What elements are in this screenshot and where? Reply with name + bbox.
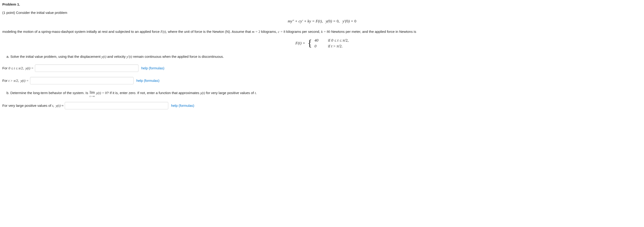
part-b-tail2: for very large positive values of bbox=[205, 91, 255, 95]
part-b-tail3: . bbox=[256, 91, 257, 95]
part-b-text: b. Determine the long-term behavior of t… bbox=[6, 90, 642, 97]
intro-line: (1 point) Consider the initial value pro… bbox=[2, 10, 642, 15]
part-b-tail: ? If it is, enter zero. If not, enter a … bbox=[107, 91, 200, 95]
answer-row-2: For t > π/2, y(t) = help (formulas) bbox=[2, 77, 642, 84]
setup-text-e: Newtons per meter, and the applied force… bbox=[330, 30, 416, 34]
answer-row-3: For very large positive values of t, y(t… bbox=[2, 102, 642, 109]
pw-val-2: 0 bbox=[314, 44, 320, 49]
limit-arg: y(t) = 0 bbox=[95, 91, 107, 95]
left-brace-icon: { bbox=[308, 38, 312, 48]
c-value: c = 8 bbox=[278, 30, 285, 34]
pw-cond-1: if 0 ≤ t ≤ π/2, bbox=[328, 38, 348, 44]
y-of-t: y(t) bbox=[102, 55, 106, 58]
ode-equation: my″ + cy′ + ky = F(t), y(0) = 0, y′(0) =… bbox=[2, 18, 642, 24]
piecewise-lhs: F(t) = bbox=[296, 40, 305, 46]
part-a-text: a. Solve the initial value problem, usin… bbox=[6, 54, 642, 60]
yprime-of-t: y′(t) bbox=[126, 55, 132, 58]
problem-title: Problem 1. bbox=[2, 2, 642, 7]
answer3-input[interactable] bbox=[65, 102, 168, 109]
part-a-lead: a. Solve the initial value problem, usin… bbox=[6, 54, 102, 58]
help-link-2[interactable]: help (formulas) bbox=[136, 78, 160, 83]
answer1-label: For 0 ≤ t ≤ π/2, y(t) = bbox=[2, 66, 34, 71]
setup-text-d: kilograms per second, bbox=[285, 30, 321, 34]
k-value: k = 80 bbox=[321, 30, 330, 34]
pw-val-1: 40 bbox=[314, 38, 320, 44]
y-of-t-b: y(t) bbox=[200, 91, 205, 95]
answer3-label: For very large positive values of t, y(t… bbox=[2, 103, 63, 108]
answer-row-1: For 0 ≤ t ≤ π/2, y(t) = help (formulas) bbox=[2, 64, 642, 72]
F-of-t: F(t) bbox=[161, 30, 166, 34]
help-link-1[interactable]: help (formulas) bbox=[141, 66, 164, 71]
m-value: m = 2 bbox=[252, 30, 260, 34]
part-a-tail: remain continuous when the applied force… bbox=[132, 54, 224, 58]
limit-symbol: limt→∞ bbox=[90, 90, 95, 98]
part-a-mid: and velocity bbox=[106, 54, 127, 58]
setup-paragraph: modeling the motion of a spring-mass-das… bbox=[2, 29, 642, 34]
part-b-lead: b. Determine the long-term behavior of t… bbox=[6, 91, 89, 95]
help-link-3[interactable]: help (formulas) bbox=[171, 103, 194, 108]
pw-cond-2: if t > π/2. bbox=[328, 44, 342, 49]
answer1-input[interactable] bbox=[35, 64, 138, 72]
setup-text-a: modeling the motion of a spring-mass-das… bbox=[2, 30, 161, 34]
answer2-label: For t > π/2, y(t) = bbox=[2, 78, 29, 84]
setup-text-c: kilograms, bbox=[260, 30, 278, 34]
setup-text-b: , where the unit of force is the Newton … bbox=[166, 30, 252, 34]
piecewise-F: F(t) = { 40 if 0 ≤ t ≤ π/2, 0 if t > π/2… bbox=[2, 38, 642, 49]
answer2-input[interactable] bbox=[30, 77, 134, 84]
